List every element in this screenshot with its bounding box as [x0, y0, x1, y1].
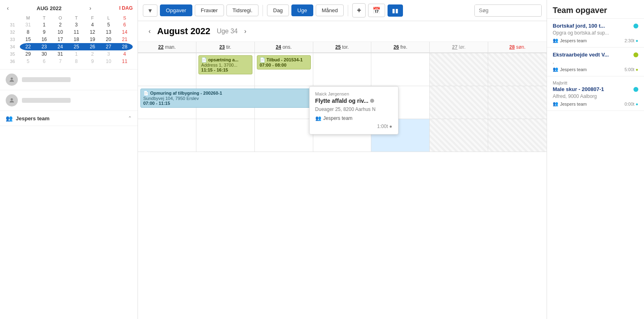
day-num-28[interactable]: 28 [509, 44, 515, 50]
task-time-dot-3: ● [635, 102, 638, 106]
day-num-27[interactable]: 27 [452, 44, 457, 50]
task-title-1: Bortskaf jord, 100 t... [553, 23, 638, 29]
task-sub-2: , [553, 59, 638, 65]
event-time: 07:00 - 08:00 [260, 63, 308, 67]
p2-cell-22[interactable]: 📄 Opmuring af tilbygning - 200260-1 Sund… [138, 86, 196, 119]
week-num: 34 [5, 43, 20, 50]
team-cell-22[interactable] [138, 119, 196, 152]
svg-point-0 [11, 78, 13, 80]
task-team-left-2: 👥 Jespers team [553, 67, 587, 72]
task-title-text-3: Male skur - 200807-1 [553, 86, 604, 92]
team-cell-28[interactable] [488, 119, 547, 152]
chevron-up-icon: ⌃ [128, 115, 132, 121]
event-title: 📄 Tilbud - 201534-1 [260, 57, 308, 63]
event-opmuring[interactable]: 📄 Opmuring af tilbygning - 200260-1 Sund… [140, 89, 311, 108]
separator-1 [263, 5, 263, 16]
team-cell-24[interactable] [255, 119, 313, 152]
dag-btn[interactable]: Dag [267, 4, 289, 16]
team-cell-27[interactable] [430, 119, 488, 152]
next-month-btn[interactable]: › [87, 4, 93, 12]
search-box: → [474, 4, 542, 17]
grid-view-btn[interactable]: ▮▮ [388, 4, 403, 17]
team-icon-2: 👥 [553, 67, 558, 72]
opgaver-btn[interactable]: Opgaver [160, 4, 192, 16]
p1-cell-27[interactable] [430, 53, 488, 86]
uge-btn[interactable]: Uge [291, 4, 313, 16]
event-opsaetning[interactable]: 📄 opsætning a... Address 1, 3700... 11:1… [198, 55, 252, 74]
team-row[interactable]: 👥 Jespers team ⌃ [0, 111, 138, 126]
p1-cell-25[interactable] [313, 53, 372, 86]
event-title: 📄 opsætning a... [201, 57, 250, 63]
task-sub-1: Opgra og bortska.af sup... [553, 30, 638, 36]
add-btn[interactable]: + [352, 3, 366, 17]
day-num-22[interactable]: 22 [158, 44, 164, 50]
p2-cell-27[interactable] [430, 86, 488, 119]
maned-btn[interactable]: Måned [316, 4, 344, 16]
task-person-3: Majbritt [553, 80, 638, 85]
p1-cell-23[interactable]: 📄 opsætning a... Address 1, 3700... 11:1… [196, 53, 255, 86]
p1-cell-26[interactable] [371, 53, 430, 86]
popup-person-name: Maick Jørgensen [315, 91, 392, 96]
team-people-icon: 👥 [315, 115, 321, 121]
day-header-22: 22 man. [138, 42, 196, 52]
week-num: 35 [5, 50, 20, 58]
cal-week-label: Uge 34 [217, 28, 238, 35]
task-card-1[interactable]: Bortskaf jord, 100 t... Opgra og bortska… [547, 19, 644, 48]
day-num-24[interactable]: 24 [276, 44, 281, 50]
task-time-text-1: 2:30t [625, 38, 634, 43]
event-addr: Sundbyvej 104, 7950 Erslev [143, 96, 308, 101]
tidsregi-btn[interactable]: Tidsregi. [226, 4, 258, 16]
popup-address: Dueager 25, 8200 Aarhus N [315, 106, 392, 112]
task-title-text-2: Ekstraarbejde vedt V... [553, 52, 609, 58]
task-time-dot-1: ● [635, 38, 638, 43]
task-time-2: 5:00t ● [625, 67, 638, 72]
person-row-2[interactable] [0, 90, 138, 111]
task-time-3: 0:00t ● [625, 102, 638, 106]
task-card-2[interactable]: Ekstraarbejde vedt V... , 👥 Jespers team… [547, 48, 644, 76]
mini-cal-header: ‹ AUG 2022 › I DAG [5, 4, 133, 12]
fravaer-btn[interactable]: Fravær [195, 4, 224, 16]
search-input[interactable] [475, 5, 542, 16]
cal-month-title: August 2022 [157, 26, 210, 37]
filter-btn[interactable]: ▼ [143, 4, 157, 17]
p2-cell-25[interactable]: Maick Jørgensen Flytte affald og riv... … [313, 86, 372, 119]
day-short-27: lør. [459, 44, 466, 50]
day-short-26: fre. [401, 44, 407, 50]
prev-week-btn[interactable]: ‹ [146, 27, 153, 36]
cal-header: ‹ August 2022 Uge 34 › [138, 21, 547, 42]
popup-time: 1:00t ● [315, 124, 392, 129]
sidebar-people: 👥 Jespers team ⌃ [0, 69, 138, 319]
today-btn[interactable]: I DAG [119, 5, 133, 11]
week-num: 32 [5, 28, 20, 36]
day-header-26: 26 fre. [371, 42, 430, 52]
week-view: 22 man. 23 tir. 24 ons. 25 tor. 26 fre. … [138, 42, 547, 319]
person-name-2 [22, 98, 71, 103]
sidebar: ‹ AUG 2022 › I DAG M T O T F L S [0, 0, 138, 319]
day-num-25[interactable]: 25 [335, 44, 340, 50]
person-row-1[interactable] [0, 69, 138, 90]
day-header-23: 23 tir. [196, 42, 255, 52]
p2-cell-28[interactable] [488, 86, 547, 119]
event-title: 📄 Opmuring af tilbygning - 200260-1 [143, 91, 308, 96]
popup-event-title: Flytte affald og riv... [315, 98, 392, 104]
day-header-24: 24 ons. [255, 42, 313, 52]
next-week-btn[interactable]: › [242, 27, 249, 36]
event-tilbud[interactable]: 📄 Tilbud - 201534-1 07:00 - 08:00 [257, 55, 311, 69]
day-header-25: 25 tor. [313, 42, 372, 52]
task-team-row-1: 👥 Jespers team 2:30t ● [553, 38, 638, 43]
team-cell-23[interactable] [196, 119, 255, 152]
team-icon-3: 👥 [553, 101, 558, 106]
p1-cell-22[interactable] [138, 53, 196, 86]
task-team-name-1: Jespers team [560, 38, 587, 43]
day-short-23: tir. [226, 44, 231, 50]
p1-cell-28[interactable] [488, 53, 547, 86]
p1-cell-24[interactable]: 📄 Tilbud - 201534-1 07:00 - 08:00 [255, 53, 313, 86]
day-num-23[interactable]: 23 [220, 44, 225, 50]
prev-month-btn[interactable]: ‹ [5, 4, 11, 12]
day-num-26[interactable]: 26 [394, 44, 399, 50]
calendar-view-btn[interactable]: 📅 [368, 4, 385, 17]
task-card-3[interactable]: Majbritt Male skur - 200807-1 Alfred, 90… [547, 76, 644, 111]
day-header-27: 27 lør. [430, 42, 488, 52]
event-time: 07:00 - 11:15 [143, 101, 308, 106]
week-num: 33 [5, 36, 20, 43]
